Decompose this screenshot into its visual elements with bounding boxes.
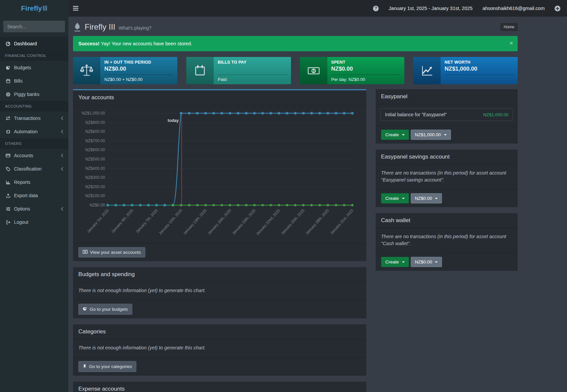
alert-emphasis: Success! — [78, 41, 100, 46]
svg-text:January 13th, 2025: January 13th, 2025 — [182, 208, 207, 235]
svg-text:January 25th, 2025: January 25th, 2025 — [280, 208, 305, 235]
page-title: Firefly III — [85, 22, 115, 32]
infobox-footer: NZ$0.00 + NZ$0.00 — [104, 75, 173, 82]
easypanel-account-panel: Easypanel Initial balance for "Easypanel… — [376, 89, 518, 144]
go-to-categories-button[interactable]: Go to your categories — [78, 361, 136, 372]
credit-card-icon — [5, 153, 11, 158]
help-icon[interactable]: ? — [373, 6, 379, 11]
no-transactions-message: There are no transactions (in this perio… — [376, 165, 518, 189]
balance-dropdown-button[interactable]: NZ$0.00 — [411, 193, 442, 203]
sidebar-toggle-icon[interactable] — [73, 0, 85, 17]
svg-text:NZ$800.00: NZ$800.00 — [85, 129, 105, 134]
sidebar-item-piggy-banks[interactable]: Piggy banks — [0, 88, 68, 101]
infobox-footer: Per day: NZ$0.00 — [331, 75, 400, 82]
brand-suffix-text: lll — [43, 4, 47, 12]
create-dropdown-button[interactable]: Create — [381, 193, 409, 203]
svg-text:January 7th, 2025: January 7th, 2025 — [135, 208, 159, 233]
go-to-budgets-button[interactable]: Go to your budgets — [78, 304, 132, 315]
create-dropdown-button[interactable]: Create — [381, 130, 409, 140]
categories-panel: Categories There is not enough informati… — [73, 324, 366, 376]
app-logo[interactable]: Firefly lll — [0, 0, 68, 17]
panel-title: Cash wallet — [376, 213, 518, 228]
microchip-icon — [5, 129, 11, 134]
sidebar-header-financial-control: FINANCIAL CONTROL — [0, 50, 68, 61]
money-bill-icon — [83, 250, 88, 255]
sidebar-item-export-data[interactable]: Export data — [0, 189, 68, 202]
savings-account-panel: Easypanel savings account There are no t… — [376, 150, 518, 207]
button-label: Create — [385, 132, 399, 137]
money-bill-icon: 1 — [300, 57, 327, 84]
bar-chart-icon — [5, 180, 11, 185]
svg-text:NZ$400.00: NZ$400.00 — [85, 166, 105, 171]
calendar-icon — [5, 78, 11, 84]
sidebar-header-others: OTHERS — [0, 138, 68, 149]
chevron-left-icon — [61, 116, 63, 120]
search-input[interactable] — [3, 21, 65, 32]
infobox-spent: 1 SPENT NZ$0.00 Per day: NZ$0.00 — [300, 57, 404, 84]
sidebar-item-automation[interactable]: Automation — [0, 125, 68, 138]
svg-text:January 19th, 2025: January 19th, 2025 — [231, 208, 256, 235]
svg-text:NZ$0.00: NZ$0.00 — [90, 203, 105, 207]
svg-text:January 31st, 2025: January 31st, 2025 — [329, 208, 354, 235]
sidebar-item-logout[interactable]: Logout — [0, 215, 68, 229]
no-transactions-message: There are no transactions (in this perio… — [376, 228, 518, 253]
svg-text:today: today — [168, 118, 179, 123]
user-email[interactable]: ahsonshaikh616@gmail.com — [483, 6, 545, 11]
sidebar-item-label: Dashboard — [14, 41, 37, 46]
sidebar-item-dashboard[interactable]: Dashboard — [0, 37, 68, 50]
infobox-title: BILLS TO PAY — [218, 60, 287, 65]
svg-text:January 28th, 2025: January 28th, 2025 — [305, 208, 330, 235]
bookmark-icon — [83, 364, 87, 369]
button-label: NZ$0.00 — [415, 196, 432, 201]
date-range-selector[interactable]: January 1st, 2025 - January 31st, 2025 — [389, 6, 473, 11]
upload-icon — [5, 193, 11, 198]
button-label: NZ$1,000.00 — [415, 132, 441, 137]
infobox-title: SPENT — [331, 60, 400, 65]
breadcrumb-home[interactable]: Home — [500, 23, 518, 31]
svg-text:January 4th, 2025: January 4th, 2025 — [110, 208, 134, 233]
brand-text: Firefly — [21, 4, 42, 12]
content-header: Firefly III What's playing? Home — [73, 19, 518, 35]
caret-down-icon — [402, 261, 405, 263]
sidebar-item-options[interactable]: Options — [0, 202, 68, 215]
button-label: Go to your categories — [89, 364, 132, 369]
sidebar: Dashboard FINANCIAL CONTROL Budgets Bill… — [0, 17, 68, 392]
sidebar-menu: Dashboard FINANCIAL CONTROL Budgets Bill… — [0, 37, 68, 229]
transaction-amount: NZ$1,000.00 — [483, 112, 508, 117]
svg-text:January 10th, 2025: January 10th, 2025 — [158, 208, 183, 235]
sidebar-item-label: Reports — [14, 180, 30, 185]
button-label: NZ$0.00 — [415, 259, 432, 264]
infobox-footer — [445, 75, 514, 82]
balance-dropdown-button[interactable]: NZ$0.00 — [411, 257, 442, 267]
sidebar-item-label: Export data — [14, 193, 38, 198]
close-icon[interactable]: × — [510, 40, 513, 46]
sidebar-item-label: Accounts — [14, 153, 33, 158]
sidebar-item-bills[interactable]: Bills — [0, 74, 68, 88]
dashboard-icon — [5, 41, 11, 46]
panel-title: Categories — [73, 324, 366, 339]
infobox-footer: Paid: — [218, 75, 287, 82]
sidebar-item-budgets[interactable]: Budgets — [0, 61, 68, 74]
balance-dropdown-button[interactable]: NZ$1,000.00 — [411, 130, 451, 140]
sidebar-item-classification[interactable]: Classification — [0, 162, 68, 176]
infobox-in-out: IN + OUT THIS PERIOD NZ$0.00 NZ$0.00 + N… — [73, 57, 177, 84]
svg-text:NZ$200.00: NZ$200.00 — [85, 185, 105, 189]
sidebar-item-accounts[interactable]: Accounts — [0, 149, 68, 162]
panel-title: Budgets and spending — [73, 267, 366, 282]
infobox-value: NZ$0.00 — [331, 66, 400, 72]
empty-chart-message: There is not enough information (yet) to… — [73, 282, 366, 300]
create-dropdown-button[interactable]: Create — [381, 257, 409, 267]
sign-out-icon — [5, 219, 11, 225]
sidebar-item-label: Piggy banks — [14, 92, 39, 97]
transaction-row[interactable]: Initial balance for "Easypanel" NZ$1,000… — [380, 108, 513, 121]
infobox-net-worth: NET WORTH NZ$1,000.00 — [413, 57, 518, 84]
button-label: Go to your budgets — [90, 307, 128, 312]
view-asset-accounts-button[interactable]: View your asset accounts — [78, 247, 145, 257]
exchange-arrows-icon — [5, 116, 11, 121]
balance-scale-icon — [73, 57, 100, 84]
sidebar-item-reports[interactable]: Reports — [0, 176, 68, 189]
plus-circle-icon[interactable] — [555, 6, 560, 11]
sidebar-item-transactions[interactable]: Transactions — [0, 112, 68, 125]
panel-title: Easypanel — [376, 89, 518, 104]
transaction-description: Initial balance for "Easypanel" — [385, 112, 447, 117]
